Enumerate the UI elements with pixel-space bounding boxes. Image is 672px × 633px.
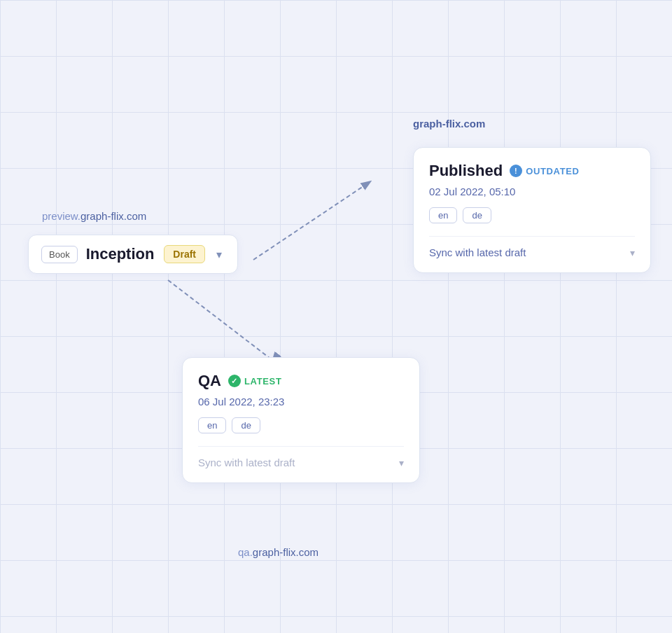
- published-title: Published: [429, 162, 503, 180]
- published-date: 02 Jul 2022, 05:10: [429, 186, 635, 197]
- published-sync-label: Sync with latest draft: [429, 246, 526, 258]
- draft-node: Book Inception Draft ▾: [28, 235, 238, 274]
- preview-domain-label: preview.graph-flix.com: [42, 210, 146, 222]
- svg-line-2: [253, 182, 370, 260]
- svg-line-3: [168, 280, 273, 361]
- qa-main-domain: graph-flix.com: [253, 546, 318, 558]
- published-lang-en: en: [429, 207, 457, 223]
- qa-lang-de: de: [232, 417, 260, 433]
- arrows-svg: [0, 0, 672, 633]
- qa-lang-tags: en de: [198, 417, 404, 433]
- qa-domain-label: qa.graph-flix.com: [238, 546, 318, 558]
- qa-sync-select[interactable]: Sync with latest draft ▾: [198, 446, 404, 468]
- preview-subdomain: preview.: [42, 210, 80, 222]
- latest-label: LATEST: [244, 376, 282, 387]
- published-status-badge: ! OUTDATED: [510, 165, 579, 177]
- main-domain-text: graph-flix.com: [413, 118, 485, 130]
- qa-sync-chevron: ▾: [399, 457, 404, 468]
- draft-chevron-button[interactable]: ▾: [214, 248, 225, 261]
- draft-status-badge: Draft: [164, 245, 205, 263]
- book-badge: Book: [41, 246, 78, 263]
- qa-subdomain: qa.: [238, 546, 253, 558]
- qa-sync-label: Sync with latest draft: [198, 457, 295, 468]
- published-node: Published ! OUTDATED 02 Jul 2022, 05:10 …: [413, 147, 651, 273]
- qa-node: QA ✓ LATEST 06 Jul 2022, 23:23 en de Syn…: [182, 357, 420, 483]
- outdated-label: OUTDATED: [526, 166, 579, 176]
- outdated-icon: !: [510, 165, 522, 177]
- preview-main-domain: graph-flix.com: [80, 210, 146, 222]
- qa-lang-en: en: [198, 417, 226, 433]
- published-sync-chevron: ▾: [630, 247, 635, 258]
- qa-header: QA ✓ LATEST: [198, 372, 404, 390]
- published-header: Published ! OUTDATED: [429, 162, 635, 180]
- published-sync-select[interactable]: Sync with latest draft ▾: [429, 236, 635, 258]
- canvas: preview.graph-flix.com graph-flix.com qa…: [0, 0, 672, 633]
- published-lang-tags: en de: [429, 207, 635, 223]
- published-lang-de: de: [463, 207, 491, 223]
- latest-icon: ✓: [228, 375, 241, 387]
- main-domain-label: graph-flix.com: [413, 118, 485, 130]
- qa-status-badge: ✓ LATEST: [228, 375, 282, 387]
- qa-date: 06 Jul 2022, 23:23: [198, 396, 404, 408]
- draft-title: Inception: [86, 245, 156, 263]
- qa-title: QA: [198, 372, 221, 390]
